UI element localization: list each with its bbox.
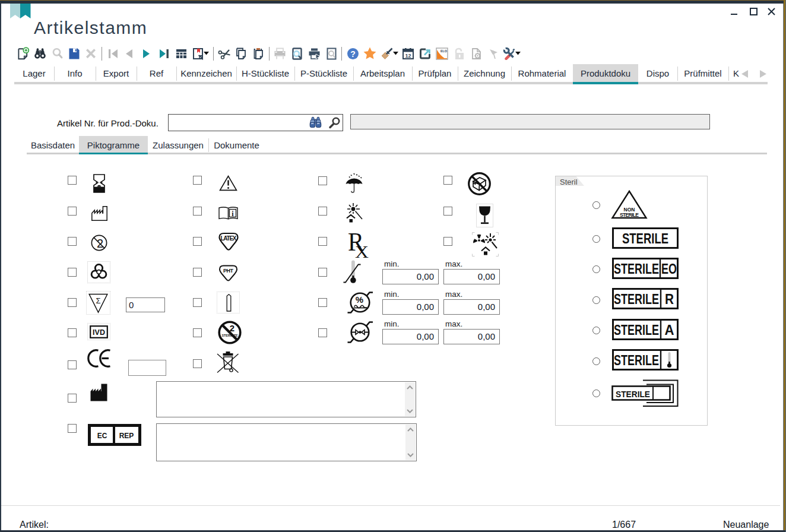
svg-text:STERILE: STERILE <box>614 352 659 368</box>
svg-text:12: 12 <box>405 53 411 59</box>
svg-text:R: R <box>665 291 674 307</box>
svg-text:STERILE: STERILE <box>620 212 639 218</box>
svg-text:STERILE: STERILE <box>622 230 668 246</box>
svg-text:STERILE: STERILE <box>614 291 659 307</box>
svg-text:LATEX: LATEX <box>221 235 237 242</box>
svg-text:X: X <box>355 242 369 258</box>
svg-text:STERILE: STERILE <box>616 389 650 399</box>
svg-text:REP: REP <box>119 432 134 440</box>
svg-text:STERILE: STERILE <box>614 322 659 338</box>
svg-text:?: ? <box>350 49 356 59</box>
svg-text:A: A <box>665 322 674 338</box>
svg-text:IVD: IVD <box>93 328 105 337</box>
svg-text:%: % <box>356 294 363 305</box>
svg-text:EO: EO <box>661 261 677 277</box>
svg-text:ELO: ELO <box>440 49 447 53</box>
svg-text:PHT: PHT <box>223 268 234 274</box>
svg-text:EC: EC <box>97 432 107 440</box>
svg-text:Σ: Σ <box>96 296 100 305</box>
svg-text:STERILE: STERILE <box>614 261 659 277</box>
